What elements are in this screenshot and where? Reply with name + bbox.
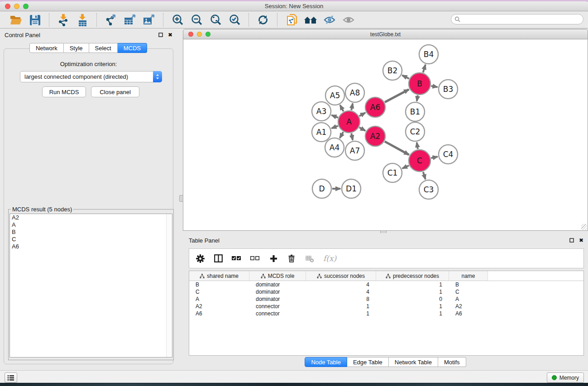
criterion-dropdown[interactable]: largest connected component (directed) <box>20 71 162 82</box>
column-header-shared-name[interactable]: shared name <box>189 271 249 281</box>
network-window-titlebar[interactable]: testGlobe.txt <box>183 29 588 39</box>
cell-MCDS-role: dominator <box>249 288 306 295</box>
tab-style[interactable]: Style <box>64 43 89 53</box>
graph-edge-B-B1[interactable] <box>417 95 418 101</box>
graph-edge-A-A4[interactable] <box>340 132 344 138</box>
close-window-button[interactable] <box>5 4 10 9</box>
column-header-predecessor-nodes[interactable]: predecessor nodes <box>376 271 449 281</box>
delete-table-button-disabled[interactable] <box>305 255 314 262</box>
graph-edge-C-C3[interactable] <box>423 172 425 179</box>
toolbar-separator <box>277 13 277 27</box>
zoom-out-button[interactable] <box>189 13 204 27</box>
table-row[interactable]: A6connector11A6 <box>189 310 583 317</box>
fx-icon: f(x) <box>323 254 336 263</box>
close-panel-button[interactable]: Close panel <box>91 86 139 97</box>
zoom-out-icon <box>191 14 203 26</box>
import-table-button[interactable] <box>75 13 90 27</box>
mcds-result-list[interactable]: A2ABCA6 <box>10 214 172 357</box>
window-resize-grip[interactable] <box>581 224 587 230</box>
open-folder-icon <box>10 14 22 26</box>
table-row[interactable]: Bdominator41B <box>189 281 583 288</box>
table-panel: Table Panel ✖ <box>183 233 588 370</box>
create-column-button[interactable] <box>269 255 278 262</box>
tab-motifs[interactable]: Motifs <box>438 357 466 367</box>
function-builder-button-disabled[interactable]: f(x) <box>323 254 336 263</box>
show-columns-button[interactable] <box>214 254 223 262</box>
graph-edge-C-C1[interactable] <box>402 166 409 169</box>
graph-edge-A2-C[interactable] <box>385 142 409 155</box>
graph-edge-B-B2[interactable] <box>402 75 409 78</box>
hide-graphics-details-button[interactable] <box>322 13 337 27</box>
graph-edge-B-B4[interactable] <box>423 65 425 72</box>
table-settings-button[interactable] <box>196 254 205 263</box>
network-canvas[interactable]: AA1A2A3A4A5A6A7A8BB1B2B3B4CC1C2C3C4DD1 <box>183 39 588 231</box>
graph-edge-A-A8[interactable] <box>351 104 353 110</box>
column-header-name[interactable]: name <box>449 271 488 281</box>
search-input[interactable] <box>463 16 576 23</box>
main-toolbar <box>0 12 588 29</box>
import-network-button[interactable] <box>56 13 71 27</box>
graph-node-label: A7 <box>350 146 360 155</box>
memory-button[interactable]: Memory <box>547 372 584 383</box>
zoom-fit-button[interactable] <box>208 13 223 27</box>
deselect-all-button[interactable] <box>250 256 260 261</box>
float-panel-icon[interactable] <box>569 238 574 243</box>
graph-edge-B-B3[interactable] <box>431 86 438 87</box>
table-row[interactable]: A2connector11A2 <box>189 303 583 310</box>
export-table-button[interactable] <box>122 13 138 27</box>
open-session-button[interactable] <box>8 13 24 27</box>
run-mcds-button[interactable]: Run MCDS <box>42 86 86 97</box>
toolbar-search-field[interactable] <box>451 14 583 24</box>
graph-edge-A-A3[interactable] <box>332 115 338 118</box>
apply-layout-button[interactable] <box>255 13 271 27</box>
tab-mcds[interactable]: MCDS <box>118 43 147 53</box>
float-panel-icon[interactable] <box>158 33 163 37</box>
table-row[interactable]: Cdominator41C <box>189 288 583 295</box>
select-all-button[interactable] <box>232 256 241 261</box>
minimize-network-window-button[interactable] <box>197 32 202 37</box>
graph-node-label: D <box>319 184 325 193</box>
zoom-network-window-button[interactable] <box>206 32 210 37</box>
mcds-result-item: C <box>10 236 172 243</box>
tab-network[interactable]: Network <box>29 43 64 53</box>
export-network-button[interactable] <box>103 13 119 27</box>
cybrowser-home-button[interactable] <box>303 13 318 27</box>
graph-edge-C-C2[interactable] <box>417 143 418 149</box>
show-panels-button[interactable] <box>5 372 17 383</box>
table-header-row: shared nameMCDS rolesuccessor nodesprede… <box>189 271 583 281</box>
column-header-MCDS-role[interactable]: MCDS role <box>249 271 306 281</box>
import-network-icon <box>57 14 69 26</box>
table-row[interactable]: Adominator80A <box>189 295 583 303</box>
graph-edge-A-A1[interactable] <box>332 126 338 128</box>
close-panel-icon[interactable]: ✖ <box>168 33 172 37</box>
show-hide-eye-button[interactable] <box>341 13 356 27</box>
export-image-button[interactable] <box>141 13 157 27</box>
zoom-in-button[interactable] <box>170 13 185 27</box>
tab-edge-table[interactable]: Edge Table <box>347 357 389 367</box>
graph-edge-A-A2[interactable] <box>359 128 365 131</box>
memory-status-icon <box>552 375 557 380</box>
graph-edge-C-C4[interactable] <box>431 157 437 158</box>
minimize-window-button[interactable] <box>14 4 19 9</box>
column-header-label: name <box>461 273 475 279</box>
tab-node-table[interactable]: Node Table <box>305 357 347 367</box>
graph-edge-A-A7[interactable] <box>351 133 353 140</box>
list-scrollbar[interactable] <box>166 214 172 357</box>
close-network-window-button[interactable] <box>188 32 193 37</box>
close-panel-icon[interactable]: ✖ <box>579 238 583 243</box>
gear-icon <box>196 254 205 263</box>
new-network-from-selection-button[interactable] <box>284 13 299 27</box>
toolbar-separator <box>49 13 49 27</box>
houses-icon <box>304 14 317 25</box>
cell-name: A2 <box>449 303 488 310</box>
delete-column-button[interactable] <box>287 254 296 262</box>
graph-edge-A-A6[interactable] <box>359 113 365 116</box>
graph-edge-A-A5[interactable] <box>340 105 343 111</box>
graph-edge-A6-B[interactable] <box>385 90 409 102</box>
tab-network-table[interactable]: Network Table <box>389 357 438 367</box>
zoom-window-button[interactable] <box>23 4 29 9</box>
column-header-successor-nodes[interactable]: successor nodes <box>306 271 376 281</box>
zoom-selected-button[interactable] <box>227 13 242 27</box>
save-session-button[interactable] <box>27 13 43 27</box>
tab-select[interactable]: Select <box>89 43 118 53</box>
